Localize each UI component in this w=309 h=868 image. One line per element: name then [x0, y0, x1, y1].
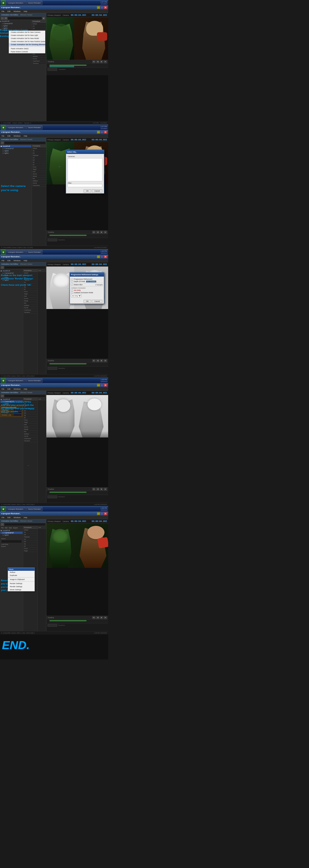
- panel-search[interactable]: [8, 17, 42, 20]
- tree-item-cam-2[interactable]: ▷ CameraFull: [0, 147, 31, 150]
- menu-file-2[interactable]: File: [1, 135, 5, 137]
- menu-help-4[interactable]: Help: [23, 388, 28, 390]
- task-btn-4[interactable]: e:\program files\valve\...: [6, 378, 26, 383]
- window-controls-4[interactable]: ─ □ ✕: [97, 384, 107, 386]
- transform-5[interactable]: [48, 624, 57, 627]
- cb-motblur-box[interactable]: ✓: [71, 284, 73, 286]
- max-btn-4[interactable]: □: [101, 384, 104, 386]
- pc4-src3[interactable]: Source: [23, 426, 37, 428]
- start-button-3[interactable]: ⊞: [1, 250, 6, 255]
- pc2-op[interactable]: Op: [32, 161, 46, 163]
- tl4-btn1[interactable]: ⏮: [92, 488, 95, 491]
- prog-cancel-btn[interactable]: Cancel: [92, 300, 102, 303]
- pc3-src3[interactable]: Source: [23, 298, 37, 300]
- min-btn-4[interactable]: ─: [97, 384, 100, 386]
- pc2-dst[interactable]: Dst: [32, 152, 46, 154]
- tl-btn-1[interactable]: ⏮: [92, 60, 95, 63]
- task-btn-5[interactable]: e:\program files\valve\...: [6, 507, 26, 511]
- ctx-item-1[interactable]: Create Animation Set for New Camera: [9, 31, 45, 34]
- pc2-hold[interactable]: Hold: [32, 170, 46, 173]
- menu-windows-1[interactable]: Windows: [13, 10, 22, 12]
- cb-dof-box[interactable]: ✓: [71, 280, 73, 282]
- win-taskbar-5[interactable]: ⊞ e:\program files\valve\... Source Film…: [0, 506, 108, 512]
- file-lbl[interactable]: File: [1, 527, 4, 529]
- menu-edit-3[interactable]: Edit: [7, 260, 11, 261]
- pc5-tgt[interactable]: Target: [23, 550, 37, 552]
- min-btn-3[interactable]: ─: [97, 255, 100, 258]
- ctx-duplicate[interactable]: Duplicate: [8, 574, 23, 577]
- panel-settings-btn[interactable]: ⚙: [4, 17, 7, 20]
- pc3-art[interactable]: Art: [23, 288, 37, 290]
- proc-dst[interactable]: Dst: [32, 27, 46, 30]
- menu-windows-3[interactable]: Windows: [13, 260, 22, 261]
- tl4-btn2[interactable]: ◀: [96, 488, 99, 491]
- tl-btn-2[interactable]: ◀: [96, 60, 99, 63]
- win-taskbar-4[interactable]: ⊞ e:\program files\valve\... Source Film…: [0, 378, 108, 383]
- ctx-item-2[interactable]: Create Animation Set for New Light: [9, 34, 45, 37]
- edit-lbl[interactable]: Edit: [5, 527, 7, 529]
- menu-file-3[interactable]: File: [1, 260, 5, 261]
- ctx-item-3[interactable]: Create Animation Set for New Model: [9, 37, 45, 40]
- tree-item-light0[interactable]: ▷ light0: [0, 25, 32, 27]
- export-lbl[interactable]: Export: [13, 527, 18, 529]
- tl3-btn2[interactable]: ◀: [96, 359, 99, 362]
- tl-btn-3[interactable]: ▶: [100, 60, 103, 63]
- pc5-s2[interactable]: Src: [23, 538, 37, 540]
- task-btn-sfm-5[interactable]: Source Filmmaker: [26, 507, 43, 511]
- pc2-pantilt[interactable]: PanTilt: [32, 182, 46, 184]
- win-taskbar-2[interactable]: ⊞ e:\program files\valve\... Source Film…: [0, 125, 108, 130]
- tl4-btn4[interactable]: ⏭: [104, 488, 107, 491]
- ao-extra-input[interactable]: [13, 414, 22, 416]
- close-btn-1[interactable]: ✕: [104, 6, 107, 9]
- start-button-5[interactable]: ⊞: [1, 506, 6, 512]
- panel-add-btn[interactable]: +: [1, 17, 4, 20]
- tl2-btn4[interactable]: ⏭: [104, 231, 107, 234]
- ctx-rollout[interactable]: Rollout: [8, 571, 23, 574]
- maximize-btn-1[interactable]: □: [101, 6, 104, 9]
- pc2-dst2[interactable]: Dst: [32, 159, 46, 161]
- menu-windows-4[interactable]: Windows: [13, 388, 22, 390]
- cb-prog-box[interactable]: ✓: [71, 278, 73, 280]
- tree-item-surekfull[interactable]: ▶ SurekFull: [0, 20, 32, 22]
- tb4-search[interactable]: [4, 395, 46, 397]
- tree-item-camera[interactable]: ▷ CameraFull: [0, 22, 32, 25]
- tl5-btn1[interactable]: ⏮: [92, 616, 95, 619]
- tl5-btn3[interactable]: ▶: [100, 616, 103, 619]
- min-btn-5[interactable]: ─: [97, 512, 100, 515]
- pc3-roll[interactable]: Roll: [23, 302, 37, 304]
- cb-ao-mode-box[interactable]: ✓: [71, 292, 73, 293]
- pc3-add[interactable]: AddNew: [23, 304, 37, 307]
- menu-windows-2[interactable]: Windows: [13, 135, 22, 137]
- max-btn-2[interactable]: □: [101, 131, 104, 133]
- pc5-dst[interactable]: Dst: [23, 533, 37, 536]
- win-taskbar-1[interactable]: ⊞ e:\program files\valve\... Source Film…: [0, 0, 108, 5]
- close-btn-2[interactable]: ✕: [104, 131, 107, 133]
- minimize-btn-1[interactable]: ─: [97, 6, 100, 9]
- pc2-src2[interactable]: Src: [32, 157, 46, 159]
- ctx-render-settings2[interactable]: Render Settings: [8, 585, 23, 588]
- menu-edit-4[interactable]: Edit: [7, 388, 11, 390]
- task-btn-sfm-3[interactable]: Source Filmmaker: [26, 250, 43, 254]
- min-btn-2[interactable]: ─: [97, 131, 100, 133]
- pc2-roll[interactable]: Roll: [32, 178, 46, 180]
- proc-crashzoom[interactable]: CrashZoom: [32, 60, 46, 62]
- pc4-foc[interactable]: Focus: [23, 419, 37, 421]
- tb5-add[interactable]: +: [1, 523, 4, 526]
- menu-help-3[interactable]: Help: [23, 260, 28, 261]
- pc4-cz[interactable]: CrashZoom: [23, 437, 37, 440]
- menu-help-2[interactable]: Help: [23, 135, 28, 137]
- import-input[interactable]: [1, 540, 22, 543]
- menu-edit-2[interactable]: Edit: [7, 135, 11, 137]
- pc2-steady[interactable]: Steady: [32, 175, 46, 178]
- ctx-item-5[interactable]: Create Animation Set for Existing Elemen…: [9, 43, 45, 46]
- menu-edit-1[interactable]: Edit: [7, 10, 11, 12]
- pc5-art[interactable]: Art: [23, 545, 37, 548]
- pc4-op[interactable]: Op: [23, 414, 37, 416]
- task-btn-2[interactable]: e:\program files\valve\...: [6, 125, 26, 130]
- tl2-btn2[interactable]: ◀: [96, 231, 99, 234]
- tree3-surek[interactable]: ▶ SurekFull: [0, 270, 23, 272]
- start-button-2[interactable]: ⊞: [1, 125, 6, 130]
- pc2-src[interactable]: Src: [32, 150, 46, 152]
- pc2-crashzoom[interactable]: CrashZoom: [32, 184, 46, 187]
- start-button-4[interactable]: ⊞: [1, 378, 6, 383]
